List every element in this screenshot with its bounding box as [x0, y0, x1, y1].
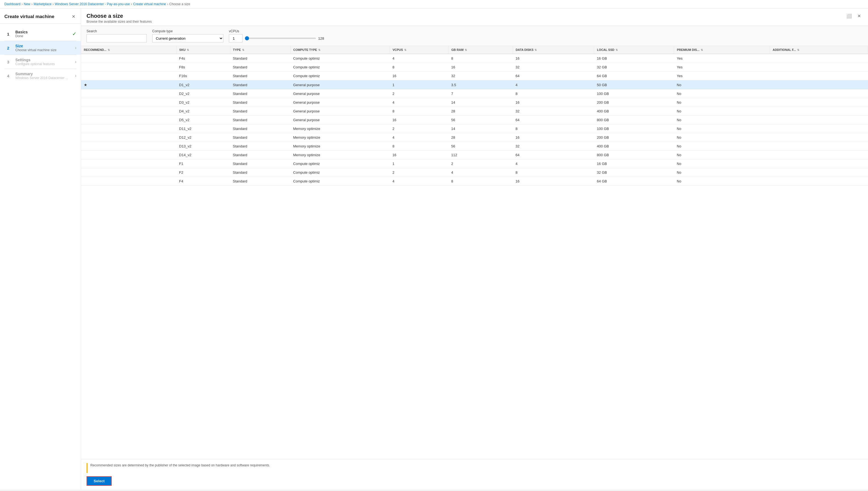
- table-row[interactable]: F4StandardCompute optimiz481664 GBNo: [81, 177, 868, 186]
- cell-recommended: [81, 151, 177, 160]
- col-header-sku[interactable]: SKU⇅: [177, 46, 230, 54]
- footer-accent: [86, 463, 88, 473]
- col-header-recommended[interactable]: RECOMMEND...⇅: [81, 46, 177, 54]
- step-name: Size: [15, 44, 75, 48]
- step-item-1[interactable]: 1 Basics Done ✓: [0, 27, 81, 41]
- cell-data_disks: 16: [513, 177, 594, 186]
- cell-premium_dis: No: [674, 168, 770, 177]
- breadcrumb-dashboard[interactable]: Dashboard: [4, 2, 21, 6]
- cell-premium_dis: No: [674, 80, 770, 89]
- table-row[interactable]: D14_v2StandardMemory optimize1611264800 …: [81, 151, 868, 160]
- cell-additional_f: [770, 160, 868, 168]
- step-sub: Done: [15, 34, 72, 38]
- cell-vcpus: 1: [390, 160, 449, 168]
- table-row[interactable]: F8sStandardCompute optimiz8163232 GBYes: [81, 63, 868, 72]
- col-header-gb_ram[interactable]: GB RAM⇅: [449, 46, 513, 54]
- close-button[interactable]: ✕: [71, 13, 76, 20]
- cell-data_disks: 32: [513, 63, 594, 72]
- step-name: Basics: [15, 30, 72, 34]
- cell-data_disks: 4: [513, 160, 594, 168]
- panel-header: Create virtual machine ✕: [0, 8, 81, 24]
- cell-recommended: [81, 142, 177, 151]
- breadcrumb-current: Choose a size: [169, 2, 190, 6]
- table-row[interactable]: D5_v2StandardGeneral purpose165664800 GB…: [81, 116, 868, 124]
- cell-sku: D5_v2: [177, 116, 230, 124]
- cell-gb_ram: 14: [449, 98, 513, 107]
- cell-data_disks: 8: [513, 168, 594, 177]
- cell-vcpus: 8: [390, 63, 449, 72]
- cell-local_ssd: 200 GB: [594, 133, 674, 142]
- cell-additional_f: [770, 54, 868, 63]
- step-number: 2: [4, 44, 12, 52]
- col-header-vcpus[interactable]: VCPUS⇅: [390, 46, 449, 54]
- step-item-2[interactable]: 2 Size Choose virtual machine size ›: [0, 41, 81, 55]
- close-window-button[interactable]: ✕: [856, 13, 863, 19]
- cell-sku: D3_v2: [177, 98, 230, 107]
- col-header-type[interactable]: TYPE⇅: [230, 46, 290, 54]
- table-row[interactable]: F2StandardCompute optimiz24832 GBNo: [81, 168, 868, 177]
- cell-local_ssd: 400 GB: [594, 107, 674, 116]
- table-row[interactable]: ★D1_v2StandardGeneral purpose13.5450 GBN…: [81, 80, 868, 89]
- steps-list: 1 Basics Done ✓ 2 Size Choose virtual ma…: [0, 24, 81, 490]
- cell-compute_type: Memory optimize: [291, 133, 390, 142]
- cell-vcpus: 2: [390, 168, 449, 177]
- cell-compute_type: Compute optimiz: [291, 54, 390, 63]
- vcpus-slider[interactable]: [245, 38, 316, 39]
- cell-recommended: ★: [81, 80, 177, 89]
- table-row[interactable]: D4_v2StandardGeneral purpose82832400 GBN…: [81, 107, 868, 116]
- cell-premium_dis: Yes: [674, 72, 770, 80]
- table-row[interactable]: D13_v2StandardMemory optimize85632400 GB…: [81, 142, 868, 151]
- compute-type-select[interactable]: Current generationAllClassic: [152, 34, 223, 42]
- col-header-premium_dis[interactable]: PREMIUM DIS...⇅: [674, 46, 770, 54]
- table-row[interactable]: D11_v2StandardMemory optimize2148100 GBN…: [81, 124, 868, 133]
- step-number: 4: [4, 72, 12, 80]
- cell-sku: F4s: [177, 54, 230, 63]
- col-header-data_disks[interactable]: DATA DISKS⇅: [513, 46, 594, 54]
- cell-gb_ram: 16: [449, 63, 513, 72]
- breadcrumb: Dashboard › New › Marketplace › Windows …: [0, 0, 868, 8]
- cell-type: Standard: [230, 54, 290, 63]
- col-header-additional_f[interactable]: ADDITIONAL F...⇅: [770, 46, 868, 54]
- select-button[interactable]: Select: [86, 476, 112, 486]
- cell-premium_dis: No: [674, 116, 770, 124]
- table-row[interactable]: D2_v2StandardGeneral purpose278100 GBNo: [81, 89, 868, 98]
- cell-compute_type: Compute optimiz: [291, 168, 390, 177]
- cell-vcpus: 4: [390, 54, 449, 63]
- cell-sku: D12_v2: [177, 133, 230, 142]
- minimize-button[interactable]: ⬜: [845, 13, 853, 19]
- left-panel: Create virtual machine ✕ 1 Basics Done ✓…: [0, 8, 81, 490]
- table-row[interactable]: F1StandardCompute optimiz12416 GBNo: [81, 160, 868, 168]
- col-header-compute_type[interactable]: COMPUTE TYPE⇅: [291, 46, 390, 54]
- table-row[interactable]: D3_v2StandardGeneral purpose41416200 GBN…: [81, 98, 868, 107]
- cell-compute_type: Compute optimiz: [291, 72, 390, 80]
- cell-premium_dis: No: [674, 160, 770, 168]
- cell-gb_ram: 32: [449, 72, 513, 80]
- cell-data_disks: 16: [513, 54, 594, 63]
- cell-local_ssd: 100 GB: [594, 124, 674, 133]
- col-header-local_ssd[interactable]: LOCAL SSD⇅: [594, 46, 674, 54]
- cell-premium_dis: No: [674, 142, 770, 151]
- cell-recommended: [81, 168, 177, 177]
- cell-recommended: [81, 124, 177, 133]
- breadcrumb-create-vm[interactable]: Create virtual machine: [133, 2, 166, 6]
- breadcrumb-marketplace[interactable]: Marketplace: [34, 2, 52, 6]
- table-row[interactable]: F16sStandardCompute optimiz16326464 GBYe…: [81, 72, 868, 80]
- vcpus-max-label: 128: [318, 36, 324, 40]
- cell-compute_type: Compute optimiz: [291, 177, 390, 186]
- cell-compute_type: General purpose: [291, 98, 390, 107]
- vcpus-min-input[interactable]: [229, 34, 243, 42]
- cell-gb_ram: 4: [449, 168, 513, 177]
- table-row[interactable]: F4sStandardCompute optimiz481616 GBYes: [81, 54, 868, 63]
- cell-type: Standard: [230, 63, 290, 72]
- table-row[interactable]: D12_v2StandardMemory optimize42816200 GB…: [81, 133, 868, 142]
- cell-compute_type: Memory optimize: [291, 151, 390, 160]
- cell-sku: D13_v2: [177, 142, 230, 151]
- breadcrumb-new[interactable]: New: [24, 2, 30, 6]
- cell-compute_type: Compute optimiz: [291, 160, 390, 168]
- cell-type: Standard: [230, 98, 290, 107]
- cell-sku: D14_v2: [177, 151, 230, 160]
- cell-recommended: [81, 160, 177, 168]
- cell-recommended: [81, 54, 177, 63]
- search-input[interactable]: [86, 34, 147, 42]
- breadcrumb-windows-server[interactable]: Windows Server 2016 Datacenter - Pay-as-…: [55, 2, 130, 6]
